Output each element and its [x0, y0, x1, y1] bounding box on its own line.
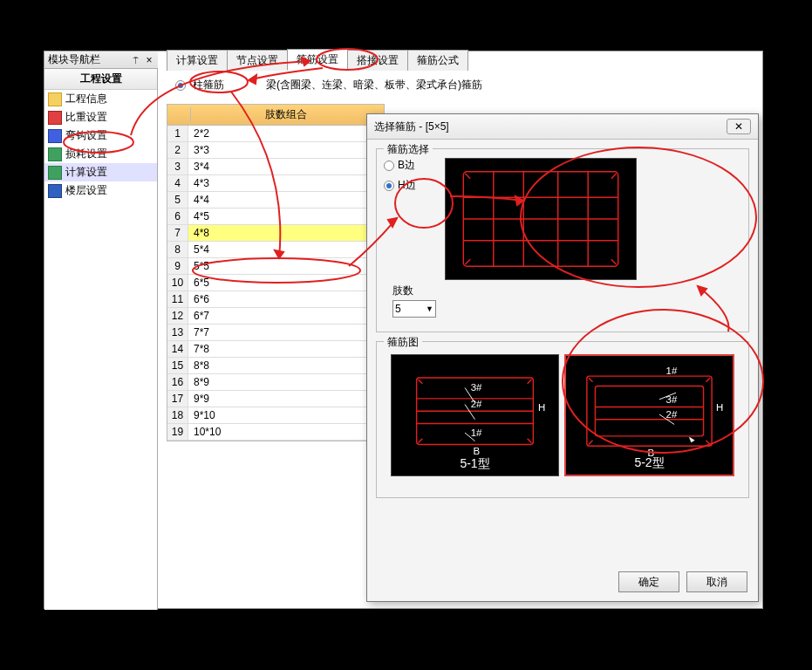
- nav-item-0[interactable]: 工程信息: [44, 90, 157, 108]
- svg-rect-21: [595, 386, 703, 436]
- radio-column-stirrup[interactable]: [175, 80, 186, 91]
- nav-item-label: 弯钩设置: [65, 128, 107, 143]
- grid-row[interactable]: 126*7: [167, 308, 384, 325]
- radio-b-btn[interactable]: [384, 161, 394, 171]
- row-num: 12: [167, 308, 188, 324]
- row-val: 10*10: [188, 424, 384, 440]
- row-val: 4*8: [188, 225, 384, 241]
- dialog-titlebar: 选择箍筋 - [5×5] ✕: [367, 114, 758, 140]
- svg-text:3#: 3#: [666, 394, 678, 405]
- nav-tree: 工程设置 工程信息比重设置弯钩设置损耗设置计算设置楼层设置: [44, 69, 158, 610]
- svg-text:2#: 2#: [666, 409, 678, 420]
- row-val: 8*8: [188, 358, 384, 373]
- row-num: 6: [167, 209, 188, 224]
- option-5-1[interactable]: 3# 2# 1# H B 5-1型: [391, 354, 559, 476]
- stirrup-select-group: 箍筋选择 B边 H边: [376, 148, 749, 332]
- nav-item-5[interactable]: 楼层设置: [44, 181, 157, 200]
- tab-1[interactable]: 节点设置: [227, 50, 288, 71]
- grid-row[interactable]: 44*3: [167, 175, 384, 192]
- nav-icon: [48, 184, 62, 198]
- row-num: 11: [167, 291, 188, 307]
- grid-row[interactable]: 106*5: [167, 275, 384, 291]
- nav-item-label: 楼层设置: [65, 183, 107, 198]
- row-val: 2*2: [188, 126, 384, 141]
- row-num: 1: [167, 126, 188, 141]
- nav-item-3[interactable]: 损耗设置: [44, 145, 157, 163]
- row-num: 14: [167, 341, 188, 357]
- grid-row[interactable]: 54*4: [167, 192, 384, 209]
- dialog-buttons: 确定 取消: [618, 571, 747, 592]
- option1-caption: 5-1型: [392, 456, 558, 472]
- nav-icon: [48, 92, 62, 106]
- stirrup-dialog: 选择箍筋 - [5×5] ✕ 箍筋选择 B边 H边: [366, 113, 759, 602]
- dialog-close-button[interactable]: ✕: [727, 119, 751, 134]
- row-val: 5*5…: [188, 258, 384, 274]
- type-radio-row: 柱箍筋 梁(含圈梁、连梁、暗梁、板带、梁式承台)箍筋: [175, 78, 482, 92]
- row-num: 5: [167, 192, 188, 208]
- radio-b-side[interactable]: B边: [384, 158, 436, 173]
- grid-row[interactable]: 33*4: [167, 159, 384, 175]
- close-icon[interactable]: ×: [144, 54, 154, 66]
- grid-row[interactable]: 74*8: [167, 225, 384, 242]
- row-val: 3*4: [188, 159, 384, 174]
- nav-icon: [48, 111, 62, 125]
- row-val: 8*9: [188, 374, 384, 390]
- dialog-title: 选择箍筋 - [5×5]: [374, 120, 727, 134]
- group1-title: 箍筋选择: [384, 142, 433, 157]
- radio-h-side[interactable]: H边: [384, 178, 436, 193]
- radio-h-btn[interactable]: [384, 181, 394, 191]
- combo-grid: 肢数组合 12*223*333*444*354*464*574*885*495*…: [167, 104, 385, 441]
- grid-row[interactable]: 12*2: [167, 126, 384, 142]
- stirrup-diagram-group: 箍筋图 3# 2# 1# H B: [376, 341, 749, 498]
- tab-3[interactable]: 搭接设置: [347, 50, 408, 71]
- ok-button[interactable]: 确定: [618, 571, 679, 592]
- row-val: 4*5: [188, 209, 384, 224]
- row-num: 2: [167, 142, 188, 158]
- grid-row[interactable]: 158*8: [167, 358, 384, 374]
- radio-beam-label: 梁(含圈梁、连梁、暗梁、板带、梁式承台)箍筋: [266, 78, 482, 92]
- radio-h-label: H边: [398, 178, 416, 193]
- grid-row[interactable]: 116*6: [167, 291, 384, 308]
- nav-icon: [48, 129, 62, 143]
- grid-row[interactable]: 147*8: [167, 341, 384, 358]
- tab-2[interactable]: 箍筋设置: [287, 49, 348, 71]
- grid-row[interactable]: 64*5: [167, 209, 384, 225]
- nav-section-title: 工程设置: [44, 69, 157, 90]
- row-num: 19: [167, 424, 188, 440]
- grid-row[interactable]: 168*9: [167, 374, 384, 391]
- nav-item-1[interactable]: 比重设置: [44, 108, 157, 126]
- cancel-button[interactable]: 取消: [686, 571, 747, 592]
- tabs-bar: 计算设置节点设置箍筋设置搭接设置箍筋公式: [167, 51, 467, 71]
- radio-column-label: 柱箍筋: [193, 78, 224, 92]
- grid-row[interactable]: 23*3: [167, 142, 384, 159]
- radio-b-label: B边: [398, 158, 415, 173]
- grid-row[interactable]: 85*4: [167, 242, 384, 258]
- tab-0[interactable]: 计算设置: [167, 50, 228, 71]
- grid-header: 肢数组合: [167, 105, 384, 126]
- row-val: 4*3: [188, 175, 384, 191]
- row-num: 3: [167, 159, 188, 174]
- grid-row[interactable]: 189*10: [167, 407, 384, 424]
- row-num: 10: [167, 275, 188, 291]
- row-val: 6*7: [188, 308, 384, 324]
- nav-item-label: 比重设置: [65, 110, 107, 125]
- nav-icon: [48, 166, 62, 180]
- limbs-select[interactable]: 5 ▼: [392, 300, 436, 318]
- tab-4[interactable]: 箍筋公式: [407, 50, 468, 71]
- option-5-2[interactable]: 1# 3# 2# H B 5-2型: [564, 354, 734, 476]
- grid-row[interactable]: 1910*10: [167, 424, 384, 441]
- row-num: 4: [167, 175, 188, 191]
- svg-text:3#: 3#: [471, 382, 482, 393]
- grid-row[interactable]: 137*7: [167, 325, 384, 341]
- grid-row[interactable]: 95*5…: [167, 258, 384, 275]
- nav-item-2[interactable]: 弯钩设置: [44, 126, 157, 145]
- pin-icon[interactable]: ⍑: [130, 54, 140, 66]
- nav-item-4[interactable]: 计算设置: [44, 163, 157, 181]
- svg-text:H: H: [716, 402, 723, 413]
- row-val: 7*7: [188, 325, 384, 340]
- nav-panel-header: 模块导航栏 ⍑ ×: [44, 51, 158, 69]
- svg-text:H: H: [538, 402, 545, 413]
- grid-row[interactable]: 179*9: [167, 391, 384, 407]
- row-val: 6*5: [188, 275, 384, 291]
- nav-icon: [48, 147, 62, 161]
